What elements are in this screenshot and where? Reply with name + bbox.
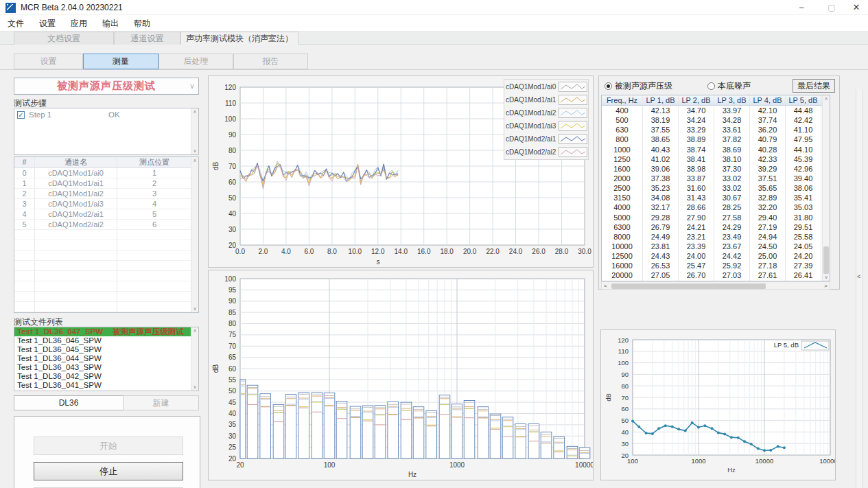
legend-label: cDAQ1Mod2/ai2 bbox=[506, 148, 559, 156]
table-row[interactable]: 63037.5533.2933.6136.2041.10 bbox=[602, 125, 830, 135]
list-item[interactable]: Test 1_DL36_047_SPW被测声源声压级测试 bbox=[14, 327, 198, 336]
maximize-button[interactable]: ▢ bbox=[818, 0, 845, 15]
svg-text:80: 80 bbox=[228, 320, 237, 327]
sub-tab-1[interactable]: 测量 bbox=[83, 54, 159, 69]
stop-button[interactable]: 停止 bbox=[34, 462, 183, 480]
table-row[interactable]: 80038.6538.8937.8240.7947.95 bbox=[602, 135, 830, 144]
sub-tab-2[interactable]: 后处理 bbox=[159, 54, 233, 69]
svg-text:10000: 10000 bbox=[755, 457, 773, 465]
scroll-right-icon[interactable]: > bbox=[824, 283, 828, 289]
svg-text:45: 45 bbox=[228, 399, 237, 406]
collapse-left-icon[interactable]: < bbox=[857, 273, 860, 280]
panel-splitter[interactable]: < bbox=[856, 89, 863, 488]
table-row[interactable]: 315034.0831.4330.6732.8935.41 bbox=[602, 193, 830, 202]
radio-measured-source[interactable]: 被测声源声压级 bbox=[605, 80, 672, 92]
main-tab-2[interactable]: 声功率测试模块（消声室法） bbox=[180, 32, 298, 45]
menu-3[interactable]: 输出 bbox=[95, 15, 126, 32]
table-row[interactable]: 2cDAQ1Mod1/ai23 bbox=[14, 189, 198, 199]
table-row[interactable]: 200037.3833.8733.0237.5139.40 bbox=[602, 174, 830, 183]
scroll-down-icon[interactable]: ∨ bbox=[191, 148, 198, 154]
value-cell: 35.23 bbox=[643, 183, 679, 193]
list-item[interactable]: Test 1_DL36_045_SPW bbox=[14, 345, 198, 354]
svg-text:60: 60 bbox=[228, 365, 237, 373]
table-row[interactable]: 125041.0238.4138.1042.3345.39 bbox=[602, 154, 830, 164]
scrollbar[interactable]: ∧ ∨ bbox=[191, 157, 198, 312]
checkbox-checked-icon[interactable]: ✓ bbox=[17, 111, 25, 119]
cell bbox=[117, 261, 191, 270]
legend-entry[interactable]: cDAQ1Mod2/ai1 bbox=[506, 132, 587, 146]
start-button[interactable]: 开始 bbox=[34, 437, 183, 455]
results-panel: 被测声源声压级 本底噪声 最后结果 Freq., HzLP 1, dBLP 2,… bbox=[598, 75, 840, 290]
dl36-button[interactable]: DL36 bbox=[14, 395, 124, 410]
horizontal-scrollbar[interactable]: < > bbox=[601, 281, 830, 290]
header-cell: LP 5, dB bbox=[786, 95, 821, 105]
table-row[interactable]: 0cDAQ1Mod1/ai01 bbox=[14, 168, 198, 178]
minimize-button[interactable]: – bbox=[788, 0, 815, 15]
legend-entry[interactable]: cDAQ1Mod1/ai2 bbox=[506, 106, 587, 119]
scrollbar[interactable]: ∧ ∨ bbox=[191, 327, 198, 391]
list-item[interactable]: Test 1_DL36_041_SPW bbox=[14, 381, 198, 390]
scroll-up-icon[interactable]: ∧ bbox=[191, 158, 198, 163]
scroll-down-icon[interactable]: ∨ bbox=[823, 275, 830, 280]
table-row[interactable]: 40042.1334.7033.9742.1044.48 bbox=[602, 106, 830, 115]
scroll-down-icon[interactable]: ∨ bbox=[191, 306, 198, 312]
table-row[interactable]: 50038.1934.2434.2837.7442.42 bbox=[602, 115, 830, 125]
menu-1[interactable]: 设置 bbox=[32, 15, 63, 32]
sub-tab-0[interactable]: 设置 bbox=[14, 54, 83, 69]
legend-entry[interactable]: cDAQ1Mod1/ai3 bbox=[506, 119, 587, 132]
svg-text:120: 120 bbox=[618, 336, 629, 344]
table-row[interactable]: 160039.0638.9837.3039.2942.96 bbox=[602, 164, 830, 174]
legend-entry[interactable]: cDAQ1Mod1/ai1 bbox=[506, 93, 587, 106]
test-type-combobox[interactable]: 被测声源声压级测试 ∨ bbox=[14, 78, 199, 95]
scroll-left-icon[interactable]: < bbox=[604, 283, 607, 289]
legend-entry[interactable]: cDAQ1Mod1/ai0 bbox=[506, 80, 587, 93]
scrollbar[interactable]: ∧ ∨ bbox=[191, 108, 198, 154]
table-row[interactable]: 100040.4338.7438.6940.2844.10 bbox=[602, 145, 830, 154]
table-row[interactable]: 5cDAQ1Mod2/ai26 bbox=[14, 220, 198, 230]
table-row[interactable]: 3cDAQ1Mod1/ai34 bbox=[14, 199, 198, 209]
channel-table[interactable]: # 通道名 测点位置 0cDAQ1Mod1/ai011cDAQ1Mod1/ai1… bbox=[14, 156, 199, 313]
list-item[interactable]: Test 1_DL36_046_SPW bbox=[14, 336, 198, 345]
scroll-up-icon[interactable]: ∧ bbox=[823, 96, 830, 102]
new-file-button[interactable]: 新建 bbox=[123, 395, 199, 410]
scroll-up-icon[interactable]: ∧ bbox=[191, 109, 198, 115]
value-cell: 24.21 bbox=[679, 222, 714, 232]
list-item[interactable]: Test 1_DL36_042_SPW bbox=[14, 372, 198, 381]
table-row[interactable]: 1cDAQ1Mod1/ai12 bbox=[14, 178, 198, 189]
list-item[interactable]: Test 1_DL36_043_SPW bbox=[14, 363, 198, 372]
list-item[interactable]: Test 1_DL36_044_SPW bbox=[14, 354, 198, 363]
sub-tab-3[interactable]: 报告 bbox=[233, 54, 308, 69]
main-tab-1[interactable]: 通道设置 bbox=[114, 32, 180, 45]
level-table[interactable]: Freq., HzLP 1, dBLP 2, dBLP 3, dBLP 4, d… bbox=[601, 95, 830, 281]
scroll-down-icon[interactable]: ∨ bbox=[191, 384, 198, 390]
value-cell: 27.19 bbox=[750, 222, 786, 232]
table-row[interactable]: 1600026.5325.4725.9227.1827.39 bbox=[602, 261, 830, 270]
table-row[interactable]: 2000027.0526.7027.0327.6126.41 bbox=[602, 270, 830, 280]
scrollbar[interactable]: ∧ ∨ bbox=[822, 95, 830, 281]
test-file-list[interactable]: Test 1_DL36_047_SPW被测声源声压级测试Test 1_DL36_… bbox=[14, 327, 199, 391]
legend-entry[interactable]: cDAQ1Mod2/ai2 bbox=[506, 146, 587, 159]
close-button[interactable]: ✕ bbox=[843, 0, 868, 15]
value-cell: 37.82 bbox=[714, 135, 750, 144]
menu-4[interactable]: 帮助 bbox=[126, 15, 158, 32]
value-cell: 5000 bbox=[602, 213, 643, 222]
menu-0[interactable]: 文件 bbox=[0, 15, 32, 32]
steps-list[interactable]: ✓Step 1OK ∧ ∨ bbox=[14, 108, 199, 155]
table-row[interactable]: 400032.1728.6628.2532.2035.03 bbox=[602, 202, 830, 212]
table-row[interactable]: 500029.2827.9027.5829.4031.80 bbox=[602, 213, 830, 222]
radio-background-noise[interactable]: 本底噪声 bbox=[707, 80, 751, 92]
main-tab-0[interactable]: 文档设置 bbox=[14, 32, 114, 45]
step-row[interactable]: ✓Step 1OK bbox=[14, 108, 198, 121]
table-row[interactable]: 4cDAQ1Mod2/ai15 bbox=[14, 209, 198, 220]
table-row[interactable]: 800024.4923.2123.4924.9425.58 bbox=[602, 232, 830, 242]
menu-2[interactable]: 应用 bbox=[63, 15, 95, 32]
table-row[interactable]: 1250024.4324.0024.4225.0024.20 bbox=[602, 251, 830, 261]
table-row[interactable]: 250035.2331.6033.0235.6538.06 bbox=[602, 183, 830, 193]
scrollbar-thumb[interactable] bbox=[611, 283, 766, 289]
scroll-up-icon[interactable]: ∧ bbox=[191, 328, 198, 334]
scrollbar-thumb[interactable] bbox=[823, 246, 829, 274]
final-result-button[interactable]: 最后结果 bbox=[793, 79, 835, 93]
table-row[interactable]: 1000023.8123.3923.6724.5024.05 bbox=[602, 242, 830, 251]
table-row[interactable]: 630026.7924.2124.2927.1929.51 bbox=[602, 222, 830, 232]
header-cell: LP 1, dB bbox=[643, 95, 679, 105]
